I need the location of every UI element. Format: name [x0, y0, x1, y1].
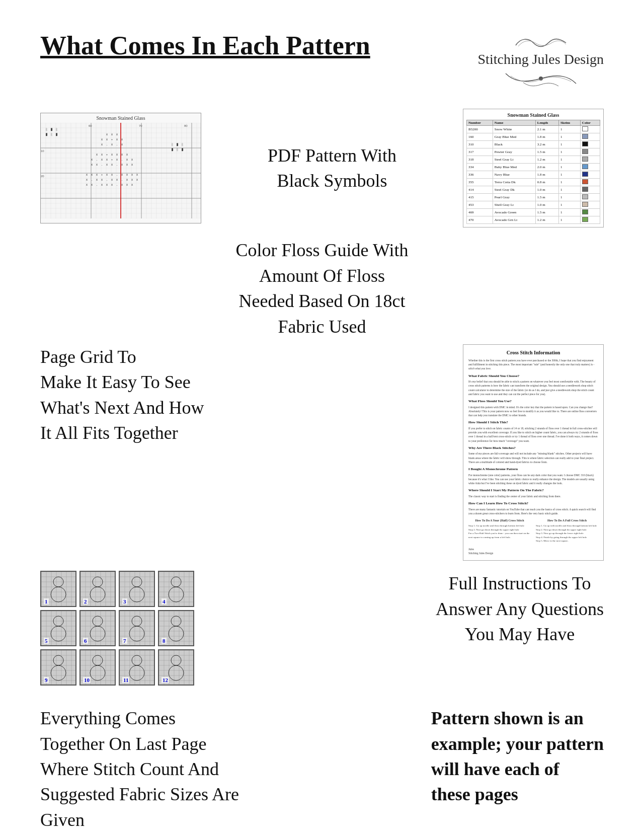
svg-text:X: X	[101, 158, 103, 161]
svg-text:X: X	[121, 163, 123, 166]
floss-number: 310	[467, 141, 493, 148]
floss-length: 1.8 m	[535, 133, 558, 141]
thumbnail-number: 1	[44, 598, 49, 604]
row1-pdf-pattern: Snowman Stained Glass	[40, 109, 604, 228]
svg-text:X: X	[106, 133, 108, 136]
floss-guide-text: Color Floss Guide WithAmount Of FlossNee…	[236, 238, 409, 339]
thumbnail-cell: 6	[79, 610, 116, 646]
floss-name: Terra Cotta Dk	[493, 179, 535, 186]
svg-text:.: .	[91, 178, 93, 181]
svg-text:X: X	[101, 183, 103, 186]
svg-text:X: X	[86, 183, 88, 186]
floss-table-row: 414Steel Gray Dk1.0 m1	[467, 186, 600, 194]
floss-skeins: 1	[558, 186, 580, 194]
floss-color-swatch-icon	[582, 194, 588, 199]
floss-name: Navy Blue	[493, 171, 535, 179]
svg-text:░: ░	[172, 143, 173, 146]
svg-text:.: .	[116, 173, 118, 176]
floss-name: Shell Gray Lt	[493, 201, 535, 209]
svg-text:.: .	[116, 163, 118, 166]
svg-text:X: X	[131, 158, 133, 161]
pattern-image: Snowman Stained Glass	[40, 113, 201, 223]
svg-text:X: X	[126, 153, 128, 156]
floss-number: 469	[467, 209, 493, 216]
floss-swatch	[580, 148, 600, 156]
floss-length: 1.0 m	[535, 201, 558, 209]
svg-text:.: .	[96, 183, 98, 186]
floss-table-wrap: Snowman Stained Glass Number Name Length…	[463, 109, 604, 228]
svg-text:X: X	[116, 178, 118, 181]
floss-swatch	[580, 186, 600, 194]
brand-swirl-top-icon	[511, 35, 571, 50]
floss-swatch	[580, 164, 600, 171]
svg-text:20: 20	[41, 175, 44, 178]
floss-color-swatch-icon	[582, 157, 588, 162]
svg-text:X: X	[96, 163, 98, 166]
floss-length: 1.8 m	[535, 171, 558, 179]
page-title: What Comes In Each Pattern	[40, 30, 370, 61]
floss-length: 1.5 m	[535, 194, 558, 201]
floss-length: 1.0 m	[535, 186, 558, 194]
thumbnail-number: 12	[162, 677, 169, 683]
floss-color-swatch-icon	[582, 141, 588, 146]
svg-text:.: .	[106, 143, 108, 146]
svg-text:.: .	[101, 163, 103, 166]
floss-color-swatch-icon	[582, 126, 588, 131]
thumbnail-cell: 11	[119, 649, 155, 686]
thumbnail-cell: 5	[40, 610, 76, 646]
floss-name: Avocado Green	[493, 209, 535, 216]
pattern-image-title: Snowman Stained Glass	[41, 113, 201, 123]
svg-text:X: X	[91, 158, 93, 161]
svg-text:+: +	[101, 173, 103, 176]
floss-swatch	[580, 156, 600, 164]
page: What Comes In Each Pattern Stitching Jul…	[0, 0, 644, 834]
thumbnails-grid: 123456789101112	[40, 571, 194, 686]
svg-text:X: X	[101, 153, 103, 156]
floss-skeins: 1	[558, 148, 580, 156]
brand-swirl-bottom-icon	[496, 68, 586, 89]
svg-text:+: +	[111, 138, 113, 141]
svg-text:░: ░	[46, 128, 47, 131]
svg-text:.: .	[116, 143, 118, 146]
floss-table-row: 355Terra Cotta Dk0.8 m1	[467, 179, 600, 186]
floss-name: Avocado Grn Lt	[493, 216, 535, 224]
floss-swatch	[580, 201, 600, 209]
svg-text:X: X	[106, 173, 108, 176]
thumbnail-cell: 12	[158, 649, 194, 686]
svg-text:░: ░	[182, 143, 183, 146]
svg-text:.: .	[121, 178, 123, 181]
floss-length: 2.0 m	[535, 164, 558, 171]
bottom-section: Everything ComesTogether On Last PageWhe…	[40, 706, 604, 832]
thumbnail-number: 5	[44, 638, 49, 644]
floss-table-row: 469Avocado Green1.5 m1	[467, 209, 600, 216]
svg-text:X: X	[126, 158, 128, 161]
svg-text:░: ░	[51, 133, 52, 136]
thumbnail-number: 3	[122, 598, 127, 604]
svg-text:X: X	[96, 178, 98, 181]
thumbnails-wrap: 123456789101112	[40, 571, 194, 686]
svg-text:X: X	[111, 173, 113, 176]
svg-text:X: X	[86, 178, 88, 181]
thumbnail-cell: 1	[40, 571, 76, 607]
floss-swatch	[580, 126, 600, 133]
instructions-doc-body: Whether this is the first cross stitch p…	[468, 358, 598, 555]
svg-text:+: +	[106, 153, 108, 156]
floss-swatch	[580, 171, 600, 179]
floss-table-row: 317Pewter Gray1.5 m1	[467, 148, 600, 156]
svg-text:X: X	[86, 173, 88, 176]
floss-skeins: 1	[558, 201, 580, 209]
floss-name: Baby Blue Med	[493, 164, 535, 171]
floss-length: 1.2 m	[535, 156, 558, 164]
svg-text:X: X	[101, 143, 103, 146]
floss-color-swatch-icon	[582, 172, 588, 177]
floss-table-row: 415Pearl Gray1.5 m1	[467, 194, 600, 201]
svg-text:X: X	[131, 163, 133, 166]
pattern-image-wrap: Snowman Stained Glass	[40, 113, 201, 223]
floss-color-swatch-icon	[582, 179, 588, 184]
svg-text:X: X	[121, 173, 123, 176]
svg-text:10: 10	[41, 149, 44, 153]
floss-skeins: 1	[558, 156, 580, 164]
floss-number: B5200	[467, 126, 493, 133]
floss-table: Number Name Length Skeins Color B5200Sno…	[466, 120, 600, 224]
floss-skeins: 1	[558, 209, 580, 216]
